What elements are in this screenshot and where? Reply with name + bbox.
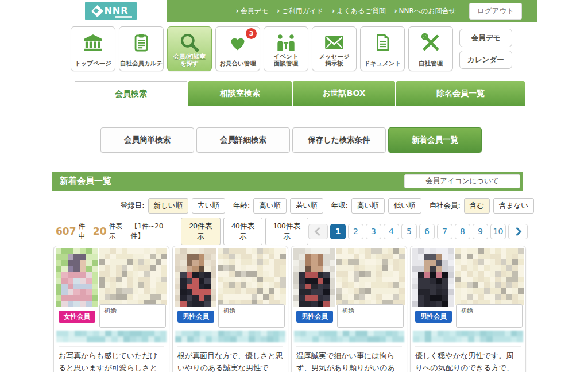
sort-option-button[interactable]: 新しい順 — [148, 198, 189, 214]
mosaic-cell — [382, 288, 388, 294]
mosaic-cell — [448, 295, 454, 301]
mosaic-cell — [305, 301, 311, 307]
sort-option-button[interactable]: 高い順 — [253, 198, 287, 214]
blurred-profile-panel — [336, 248, 405, 305]
toolbar-tile-bank[interactable]: トップページ — [71, 26, 115, 71]
mosaic-cell — [116, 248, 122, 254]
page-button-1[interactable]: 1 — [330, 224, 346, 239]
member-type-badge[interactable]: 男性会員 — [415, 311, 452, 323]
toolbar-tile-clipboard[interactable]: 自社会員カルテ — [119, 26, 164, 71]
member-card[interactable]: 初婚男性会員根が真面目な方で、優しさと思いやりのある誠実な男性です。将来、家事は… — [172, 246, 288, 372]
toolbar-tile-heart[interactable]: お見合い管理3 — [215, 26, 260, 71]
page-button-5[interactable]: 5 — [401, 224, 417, 239]
mosaic-cell — [257, 271, 263, 277]
toolbar-tile-search[interactable]: 会員/相談室 を探す — [167, 26, 212, 71]
toolbar-tile-meeting[interactable]: イベント 面談管理 — [264, 26, 308, 71]
sort-option-button[interactable]: 低い順 — [388, 198, 421, 214]
mosaic-cell — [436, 278, 442, 284]
mosaic-cell — [133, 282, 139, 288]
mosaic-cell — [348, 254, 354, 259]
mosaic-cell — [241, 288, 246, 294]
page-button-10[interactable]: 10 — [490, 224, 506, 239]
mosaic-cell — [330, 301, 335, 307]
page-button-3[interactable]: 3 — [366, 224, 381, 239]
side-button[interactable]: 会員デモ — [459, 29, 512, 47]
mosaic-cell — [455, 294, 461, 300]
member-card[interactable]: 初婚男性会員優しく穏やかな男性です。周りへの気配りのできる方で、落ち着きがあり気… — [410, 246, 526, 372]
header-nav-link[interactable]: ›会員デモ — [236, 6, 269, 16]
page-button-4[interactable]: 4 — [384, 224, 399, 239]
sort-option-button[interactable]: 古い順 — [192, 198, 225, 214]
subnav-button[interactable]: 保存した検索条件 — [292, 127, 386, 153]
header-nav-link[interactable]: ›ご利用ガイド — [277, 6, 323, 16]
mosaic-cell — [299, 278, 305, 284]
tab-2[interactable]: 相談室検索 — [188, 81, 292, 106]
mosaic-cell — [324, 331, 331, 336]
next-page-button[interactable] — [508, 224, 528, 239]
mosaic-cell — [430, 289, 436, 295]
mosaic-cell — [235, 254, 241, 259]
mosaic-cell — [99, 248, 105, 254]
mosaic-cell — [501, 265, 506, 271]
tab-1[interactable]: 会員検索 — [75, 81, 187, 107]
mosaic-cell — [312, 336, 319, 342]
nnr-logo[interactable]: NNR — [85, 2, 137, 20]
mosaic-cell — [56, 266, 61, 272]
page-button-2[interactable]: 2 — [348, 224, 363, 239]
mosaic-cell — [199, 295, 204, 301]
member-card[interactable]: 初婚女性会員お写真からも感じていただけると思いますが可愛らしさと大人っぽさ、そし… — [53, 246, 169, 372]
mosaic-cell — [118, 336, 124, 342]
member-description: お写真からも感じていただけると思いますが可愛らしさと大人っぽさ、そして落ち着い.… — [59, 346, 164, 372]
page-button-7[interactable]: 7 — [437, 224, 452, 239]
toolbar-tile-label: イベント 面談管理 — [274, 53, 299, 71]
mosaic-cell — [306, 331, 312, 336]
sort-option-button[interactable]: 含む — [464, 198, 490, 214]
member-type-badge[interactable]: 男性会員 — [296, 311, 333, 323]
per-page-button[interactable]: 20件表示 — [181, 218, 220, 245]
side-button[interactable]: カレンダー — [459, 51, 512, 69]
mosaic-cell — [382, 265, 388, 271]
mosaic-cell — [161, 282, 167, 288]
mosaic-cell — [138, 271, 144, 277]
mosaic-cell — [467, 265, 473, 271]
tab-4[interactable]: 除名会員一覧 — [396, 81, 525, 106]
mosaic-cell — [330, 266, 335, 272]
mosaic-cell — [490, 294, 496, 300]
subnav-button[interactable]: 会員詳細検索 — [196, 127, 290, 153]
header-nav-link[interactable]: ›NNRへのお問合せ — [394, 6, 456, 16]
per-page-button[interactable]: 100件表示 — [265, 218, 308, 245]
mosaic-cell — [518, 282, 524, 288]
mosaic-cell — [133, 288, 139, 294]
mosaic-cell — [130, 336, 136, 342]
mosaic-cell — [61, 254, 67, 259]
toolbar-tile-tools[interactable]: 自社管理 — [408, 26, 453, 71]
toolbar-tile-mail[interactable]: メッセージ 掲示板 — [312, 26, 357, 71]
mosaic-cell — [116, 277, 122, 282]
sort-option-button[interactable]: 若い順 — [290, 198, 323, 214]
page-button-9[interactable]: 9 — [473, 224, 488, 239]
mosaic-cell — [299, 289, 305, 295]
page-button-6[interactable]: 6 — [419, 224, 435, 239]
header-nav-link[interactable]: ›よくあるご質問 — [332, 6, 385, 16]
member-icon-info-button[interactable]: 会員アイコンについて — [404, 174, 520, 188]
mosaic-cell — [269, 254, 274, 259]
mosaic-cell — [257, 294, 263, 300]
mosaic-cell — [218, 294, 223, 300]
tab-3[interactable]: お世話BOX — [293, 81, 395, 106]
member-type-badge[interactable]: 女性会員 — [59, 311, 95, 323]
per-page-button[interactable]: 40件表示 — [223, 218, 263, 245]
member-type-badge[interactable]: 男性会員 — [177, 311, 214, 323]
sort-option-button[interactable]: 高い順 — [351, 198, 385, 214]
subnav-button[interactable]: 新着会員一覧 — [388, 127, 482, 153]
mosaic-cell — [122, 282, 127, 288]
toolbar-tile-document[interactable]: ドキュメント — [360, 26, 405, 71]
page-button-8[interactable]: 8 — [455, 224, 470, 239]
sort-option-button[interactable]: 含まない — [493, 198, 534, 214]
mosaic-cell — [455, 288, 461, 294]
mosaic-cell — [180, 272, 186, 277]
logout-button[interactable]: ログアウト — [469, 3, 522, 20]
mosaic-cell — [68, 278, 74, 284]
prev-page-button[interactable] — [308, 224, 328, 239]
member-card[interactable]: 初婚男性会員温厚誠実で細かい事には拘らず、男気があり頼りがいのある男性です。 — [291, 246, 407, 372]
subnav-button[interactable]: 会員簡単検索 — [100, 127, 194, 153]
